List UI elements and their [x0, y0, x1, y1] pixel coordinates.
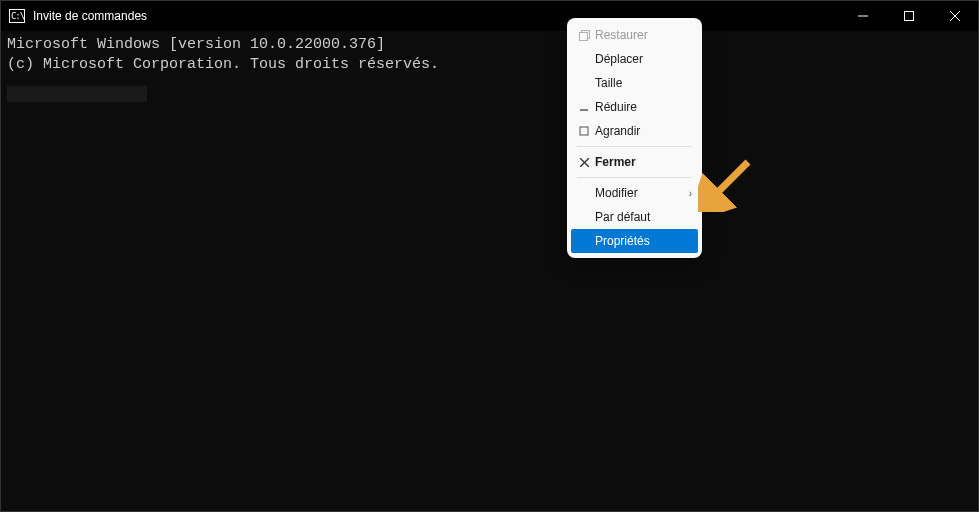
menu-label: Restaurer [595, 28, 692, 42]
menu-label: Modifier [595, 186, 689, 200]
maximize-icon [573, 126, 595, 136]
window-controls [840, 1, 978, 31]
menu-label: Propriétés [595, 234, 692, 248]
svg-rect-7 [580, 127, 588, 135]
menu-restore: Restaurer [567, 23, 702, 47]
menu-label: Taille [595, 76, 692, 90]
titlebar[interactable]: C:\ Invite de commandes [1, 1, 978, 31]
command-prompt-window: C:\ Invite de commandes Microsoft Window… [0, 0, 979, 512]
terminal-line [7, 74, 972, 102]
menu-defaults[interactable]: Par défaut [567, 205, 702, 229]
menu-label: Déplacer [595, 52, 692, 66]
menu-properties[interactable]: Propriétés [571, 229, 698, 253]
close-button[interactable] [932, 1, 978, 31]
terminal-line: (c) Microsoft Corporation. Tous droits r… [7, 55, 972, 75]
menu-separator [577, 146, 692, 147]
menu-minimize[interactable]: Réduire [567, 95, 702, 119]
menu-label: Fermer [595, 155, 692, 169]
terminal-line: Microsoft Windows [version 10.0.22000.37… [7, 35, 972, 55]
redacted-path [7, 86, 147, 102]
svg-rect-5 [579, 32, 587, 40]
menu-size[interactable]: Taille [567, 71, 702, 95]
menu-label: Réduire [595, 100, 692, 114]
restore-icon [573, 30, 595, 41]
menu-label: Par défaut [595, 210, 692, 224]
terminal-body[interactable]: Microsoft Windows [version 10.0.22000.37… [1, 31, 978, 511]
svg-rect-1 [905, 12, 914, 21]
cmd-icon: C:\ [9, 9, 25, 23]
minimize-icon [573, 102, 595, 112]
maximize-button[interactable] [886, 1, 932, 31]
menu-separator [577, 177, 692, 178]
minimize-button[interactable] [840, 1, 886, 31]
window-title: Invite de commandes [33, 9, 147, 23]
titlebar-left: C:\ Invite de commandes [9, 9, 147, 23]
menu-close[interactable]: Fermer [567, 150, 702, 174]
menu-move[interactable]: Déplacer [567, 47, 702, 71]
menu-modify[interactable]: Modifier › [567, 181, 702, 205]
system-context-menu: Restaurer Déplacer Taille Réduire Agrand… [567, 18, 702, 258]
menu-maximize[interactable]: Agrandir [567, 119, 702, 143]
submenu-arrow-icon: › [689, 188, 692, 199]
close-icon [573, 158, 595, 167]
menu-label: Agrandir [595, 124, 692, 138]
